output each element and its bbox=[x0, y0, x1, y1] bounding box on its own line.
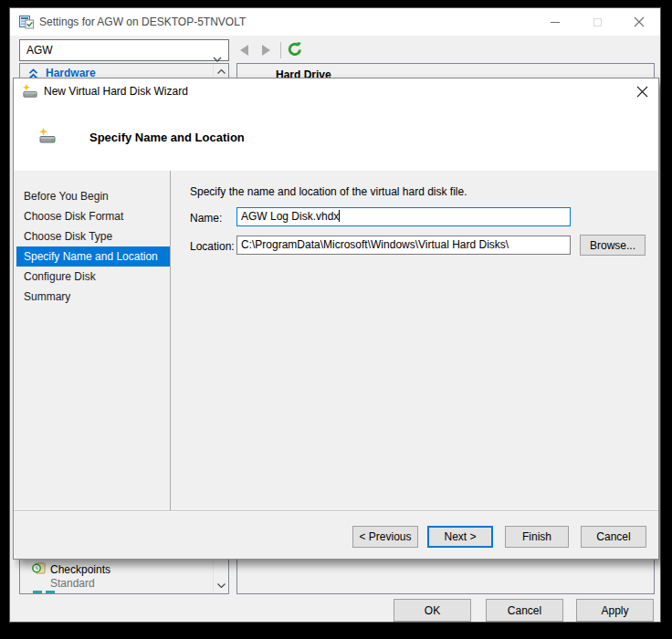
wizard-cancel-button[interactable]: Cancel bbox=[581, 526, 646, 548]
refresh-button[interactable] bbox=[287, 41, 303, 58]
vm-selector-dropdown[interactable]: AGW bbox=[19, 39, 229, 61]
location-value: C:\ProgramData\Microsoft\Windows\Virtual… bbox=[241, 238, 509, 251]
vhd-wizard-icon bbox=[23, 84, 37, 99]
step-specify-name-and-location[interactable]: Specify Name and Location bbox=[16, 246, 170, 267]
vhd-page-icon bbox=[39, 128, 56, 144]
wizard-steps: Before You Begin Choose Disk Format Choo… bbox=[16, 186, 170, 307]
navigate-forward-button[interactable] bbox=[262, 45, 270, 56]
checkpoints-value: Standard bbox=[50, 577, 95, 590]
name-label: Name: bbox=[190, 212, 222, 225]
footer-separator bbox=[14, 510, 658, 512]
step-choose-disk-format[interactable]: Choose Disk Format bbox=[16, 206, 170, 226]
finish-button[interactable]: Finish bbox=[505, 526, 569, 548]
minimize-button[interactable] bbox=[534, 8, 576, 36]
close-button[interactable] bbox=[618, 8, 660, 36]
settings-titlebar: Settings for AGW on DESKTOP-5TNVOLT bbox=[10, 8, 660, 36]
new-vhd-wizard-dialog: New Virtual Hard Disk Wizard Specify Nam… bbox=[13, 78, 659, 560]
browse-button[interactable]: Browse... bbox=[580, 235, 646, 256]
wizard-page-heading: Specify Name and Location bbox=[89, 131, 245, 144]
step-summary[interactable]: Summary bbox=[16, 287, 170, 307]
name-input[interactable]: AGW Log Disk.vhdx bbox=[236, 207, 571, 226]
smart-paging-icon bbox=[33, 591, 55, 594]
next-button[interactable]: Next > bbox=[427, 526, 493, 548]
previous-button[interactable]: < Previous bbox=[352, 526, 418, 548]
settings-window-title: Settings for AGW on DESKTOP-5TNVOLT bbox=[39, 8, 246, 36]
settings-app-icon bbox=[19, 15, 34, 29]
maximize-button[interactable] bbox=[576, 8, 618, 36]
step-choose-disk-type[interactable]: Choose Disk Type bbox=[16, 226, 170, 246]
checkpoints-icon bbox=[32, 562, 46, 577]
ok-button[interactable]: OK bbox=[394, 599, 471, 622]
settings-cancel-button[interactable]: Cancel bbox=[486, 599, 563, 622]
location-label: Location: bbox=[190, 240, 235, 253]
vm-selector-value: AGW bbox=[26, 44, 53, 57]
text-caret bbox=[339, 210, 340, 222]
settings-toolbar: AGW bbox=[10, 36, 660, 65]
name-value: AGW Log Disk.vhdx bbox=[241, 210, 339, 223]
step-before-you-begin[interactable]: Before You Begin bbox=[16, 186, 170, 206]
navigate-back-button[interactable] bbox=[240, 45, 248, 56]
sidebar-divider bbox=[170, 171, 171, 511]
page-instruction: Specify the name and location of the vir… bbox=[190, 185, 467, 198]
toolbar-divider bbox=[280, 42, 281, 58]
scroll-down-icon[interactable] bbox=[214, 578, 228, 593]
apply-button[interactable]: Apply bbox=[576, 599, 654, 622]
checkpoints-label: Checkpoints bbox=[50, 563, 110, 576]
wizard-title: New Virtual Hard Disk Wizard bbox=[44, 79, 188, 104]
step-configure-disk[interactable]: Configure Disk bbox=[16, 267, 170, 287]
sidebar-item-checkpoints[interactable]: Checkpoints bbox=[32, 562, 110, 577]
wizard-close-icon[interactable] bbox=[636, 86, 648, 98]
location-input[interactable]: C:\ProgramData\Microsoft\Windows\Virtual… bbox=[236, 236, 571, 255]
